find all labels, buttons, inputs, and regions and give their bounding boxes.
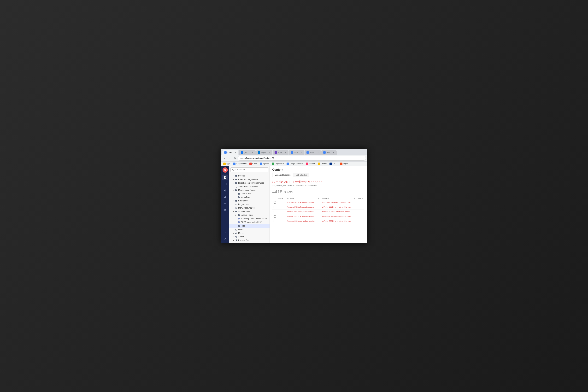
col-new-url: NEW URL xyxy=(320,197,353,200)
tab-3[interactable]: Pull r... ✕ xyxy=(272,150,288,155)
tree-toggle[interactable]: ▶ xyxy=(235,214,237,216)
row-new-url: /es/esko-2021/c4c-whats-in-it-for-me/ xyxy=(320,219,353,224)
tab-favicon xyxy=(291,151,293,154)
bookmark-invision[interactable]: InVision xyxy=(305,162,316,165)
tab-4[interactable]: Virtu... ✕ xyxy=(289,150,304,155)
tree-item-label: Marketing Virtual Event Demo xyxy=(241,218,268,220)
google-translate-icon xyxy=(286,162,289,165)
sidebar-content-icon[interactable] xyxy=(222,174,228,180)
tree-item-viewer360[interactable]: Viewer 360 xyxy=(229,192,270,196)
tab-1[interactable]: (9+) U... ✕ xyxy=(239,150,256,155)
tree-item-subscription[interactable]: Subscription Activation xyxy=(229,185,270,188)
tree-item-registration[interactable]: ▶ Registration/Download Pages xyxy=(229,181,270,185)
tree-toggle[interactable]: ▶ xyxy=(232,236,234,238)
row-checkbox-cell[interactable] xyxy=(272,219,277,224)
tab-close-btn[interactable]: ✕ xyxy=(268,151,270,154)
page-icon xyxy=(235,207,238,209)
bookmark-google-drive[interactable]: Google Drive xyxy=(232,162,248,165)
row-old-url: /es/esko-2021/c4c-update-session xyxy=(286,200,316,205)
bookmark-agenda[interactable]: Agenda xyxy=(259,162,270,165)
folder-icon xyxy=(235,236,238,238)
tab-close-btn[interactable]: ✕ xyxy=(332,151,335,154)
bookmark-photos[interactable]: Photos xyxy=(317,162,328,165)
table-row: /zh/esko-2021/c4c-update-session /zh/esk… xyxy=(272,205,364,210)
tree-toggle-empty xyxy=(232,186,234,188)
row-checkbox[interactable] xyxy=(274,206,276,208)
tab-5[interactable]: windc... ✕ xyxy=(304,150,321,155)
tab-close-btn[interactable]: ✕ xyxy=(300,151,302,154)
tab-favicon xyxy=(274,151,277,154)
bookmark-invision-label: InVision xyxy=(309,163,315,165)
tree-item-sitemap[interactable]: sitemap xyxy=(229,228,270,232)
umbraco-logo[interactable]: U xyxy=(222,168,228,172)
bookmark-google-translate[interactable]: Google Translate xyxy=(286,162,304,165)
tree-item-biographies[interactable]: Biographies xyxy=(229,202,270,206)
row-new-url: /fr/esko-2021/c4c-whats-in-it-for-me/ xyxy=(320,210,353,214)
tab-close-btn[interactable]: ✕ xyxy=(317,151,319,154)
tree-toggle[interactable]: ▶ xyxy=(232,175,234,177)
tree-toggle[interactable]: ▶ xyxy=(232,200,234,202)
row-checkbox-cell[interactable] xyxy=(272,210,277,214)
recycle-bin-icon xyxy=(235,239,238,242)
sidebar-arrow-icon[interactable] xyxy=(222,230,228,235)
bookmark-apps[interactable]: Apps xyxy=(222,162,231,165)
tree-toggle[interactable]: ▶ xyxy=(232,189,234,191)
tab-close-btn[interactable]: ✕ xyxy=(234,151,236,154)
tab-6[interactable]: Miet... ✕ xyxy=(322,150,337,155)
bookmark-exfo[interactable]: EXFO xyxy=(328,162,338,165)
tree-item-menus[interactable]: ▶ Menus xyxy=(229,232,270,235)
tree-item-marketingvirtual[interactable]: Marketing Virtual Event Demo xyxy=(229,217,270,220)
refresh-button[interactable]: ↻ xyxy=(233,156,237,160)
tree-item-exfosales[interactable]: EXFO sales kick-off 2021 xyxy=(229,220,270,224)
tree-item-admin[interactable]: ▶ Admin xyxy=(229,235,270,238)
row-checkbox[interactable] xyxy=(274,220,276,222)
tree-toggle[interactable]: ▶ xyxy=(232,232,234,234)
sidebar-users-icon[interactable] xyxy=(222,194,228,200)
tree-item-rules[interactable]: ▶ Rules and Regulations xyxy=(229,178,270,181)
row-checkbox[interactable] xyxy=(274,211,276,213)
tree-item-maintenance[interactable]: ▶ Maintenance Pages xyxy=(229,188,270,192)
row-checkbox[interactable] xyxy=(274,215,276,218)
tab-close-btn[interactable]: ✕ xyxy=(252,151,254,154)
sidebar-media-icon[interactable] xyxy=(222,181,228,187)
tree-item-recyclebin[interactable]: ▶ Recycle Bin xyxy=(229,238,270,242)
tree-item-virtualevents[interactable]: ▼ Virtual Events xyxy=(229,210,270,213)
row-checkbox-cell[interactable] xyxy=(272,214,277,219)
address-input[interactable] xyxy=(238,156,366,160)
bookmark-figma[interactable]: Figma xyxy=(339,162,349,165)
tree-item-systempages[interactable]: ▶ System Pages xyxy=(229,213,270,217)
bookmark-depanneur[interactable]: Depanneur xyxy=(271,162,284,165)
tab-link-checker[interactable]: Link Checker xyxy=(293,173,310,177)
tree-toggle[interactable]: ▶ xyxy=(232,178,234,180)
tree-item-help[interactable]: Help ⋯ xyxy=(229,224,270,228)
tab-manage-redirects[interactable]: Manage Redirects xyxy=(272,173,293,177)
tab-close-btn[interactable]: ✕ xyxy=(284,151,286,154)
tree-item-menudoc[interactable]: Menu Doc xyxy=(229,196,270,199)
row-checkbox-cell[interactable] xyxy=(272,200,277,205)
tab-active[interactable]: Chan... ✕ xyxy=(222,150,238,155)
tree-toggle[interactable]: ▶ xyxy=(232,182,234,184)
sidebar-forms-icon[interactable] xyxy=(222,200,228,206)
tree-toggle[interactable]: ▶ xyxy=(232,239,234,241)
col-sort-2[interactable]: ⇅ xyxy=(353,197,357,200)
col-checkbox xyxy=(272,197,277,200)
bookmark-photos-label: Photos xyxy=(321,163,326,165)
row-checkbox-cell[interactable] xyxy=(272,205,277,210)
forward-button[interactable]: › xyxy=(228,156,232,160)
tree-search-bar xyxy=(229,166,270,174)
tab-2[interactable]: Sign i... ✕ xyxy=(256,150,272,155)
row-checkbox[interactable] xyxy=(274,201,276,204)
tree-item-menuaccountdoc[interactable]: Menu Account Doc xyxy=(229,206,270,210)
tree-search-input[interactable] xyxy=(230,168,268,172)
invision-icon xyxy=(306,162,308,165)
sidebar-deploy-icon[interactable] xyxy=(222,207,228,213)
tree-item-errorpages[interactable]: ▶ Error pages xyxy=(229,199,270,202)
sidebar-settings-icon[interactable] xyxy=(222,188,228,193)
sidebar-help-icon[interactable] xyxy=(222,236,228,242)
col-sort-1[interactable]: ⇅ xyxy=(316,197,320,200)
back-button[interactable]: ‹ xyxy=(222,156,227,160)
row-new-url: /es/esko-2021/c4c-whats-in-it-for-me/ xyxy=(320,200,353,205)
bookmark-gmail[interactable]: Gmail xyxy=(248,162,258,165)
tree-item-policies[interactable]: ▶ Policies xyxy=(229,174,270,178)
tree-toggle[interactable]: ▼ xyxy=(232,210,234,212)
